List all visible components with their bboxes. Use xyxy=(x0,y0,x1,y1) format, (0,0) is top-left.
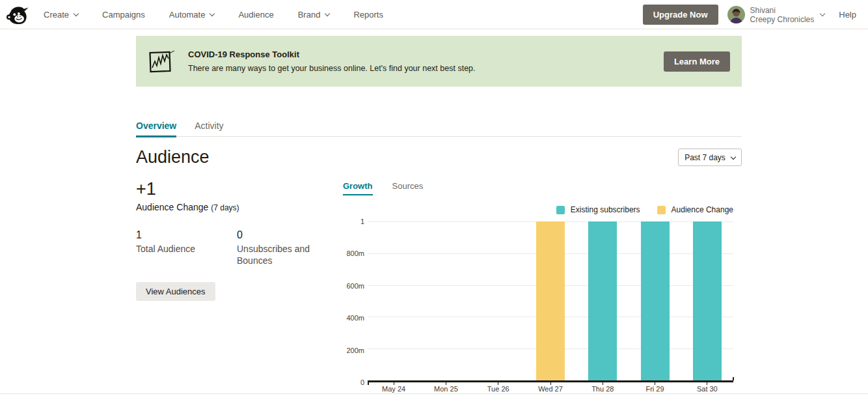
user-org: Creepy Chronicles xyxy=(750,15,815,24)
bottom-divider xyxy=(0,393,868,394)
x-tick-label: May 24 xyxy=(368,385,420,393)
x-tick-label: Thu 28 xyxy=(576,385,629,393)
nav-item-label: Campaigns xyxy=(102,10,145,20)
date-range-value: Past 7 days xyxy=(685,153,726,162)
nav-item-brand[interactable]: Brand xyxy=(298,10,330,20)
x-axis-labels: May 24Mon 25Tue 26Wed 27Thu 28Fri 29Sat … xyxy=(368,385,733,393)
x-tick-label: Fri 29 xyxy=(629,385,681,393)
nav-item-reports[interactable]: Reports xyxy=(353,10,383,20)
legend-swatch xyxy=(657,206,666,214)
chart-bar xyxy=(693,221,722,380)
bar-cell xyxy=(368,221,420,380)
bar-cell xyxy=(576,221,629,380)
avatar xyxy=(727,6,745,23)
freddie-monkey-icon xyxy=(7,3,30,27)
chart-bars xyxy=(368,221,733,380)
page-tabs: OverviewActivity xyxy=(136,121,742,137)
nav-item-label: Reports xyxy=(353,10,383,20)
tab-overview[interactable]: Overview xyxy=(136,121,176,136)
y-axis-labels: 1800m600m400m200m0 xyxy=(343,221,364,382)
axis-tick xyxy=(394,382,394,385)
chart-bar xyxy=(536,221,565,380)
nav-item-automate[interactable]: Automate xyxy=(169,10,215,20)
chart-tabs: GrowthSources xyxy=(343,181,742,195)
banner-description: There are many ways to get your business… xyxy=(188,64,476,73)
axis-tick xyxy=(603,382,603,385)
y-tick-label: 0 xyxy=(360,378,364,386)
axis-tick xyxy=(655,382,655,385)
bar-cell xyxy=(472,221,524,380)
page-title: Audience xyxy=(136,147,210,167)
unsubscribes-label: Unsubscribes and Bounces xyxy=(237,243,321,266)
plot-wrap: 1800m600m400m200m0 May 24Mon 25Tue 26Wed… xyxy=(343,221,742,393)
x-tick-label: Tue 26 xyxy=(472,385,524,393)
chart-sketch-icon xyxy=(149,50,175,73)
axis-tick xyxy=(550,382,551,385)
change-period: (7 days) xyxy=(211,203,239,212)
tab-activity[interactable]: Activity xyxy=(195,121,223,136)
chart-tab-sources[interactable]: Sources xyxy=(392,181,424,195)
legend-item: Existing subscribers xyxy=(556,205,640,214)
y-tick-label: 600m xyxy=(346,282,364,290)
banner-text: COVID-19 Response Toolkit There are many… xyxy=(188,50,476,73)
date-range-dropdown[interactable]: Past 7 days xyxy=(678,149,742,166)
axis-tick xyxy=(446,382,446,385)
total-audience-value: 1 xyxy=(136,229,237,241)
account-menu[interactable]: Shivani Creepy Chronicles xyxy=(727,6,825,24)
x-tick-label: Mon 25 xyxy=(420,385,472,393)
chevron-down-icon xyxy=(731,154,736,159)
nav-item-label: Brand xyxy=(298,10,321,20)
bar-cell xyxy=(524,221,576,380)
chart-legend: Existing subscribersAudience Change xyxy=(556,205,733,214)
unsubscribes-stat: 0 Unsubscribes and Bounces xyxy=(237,229,338,266)
chart-plot xyxy=(368,221,733,382)
legend-item: Audience Change xyxy=(657,205,733,214)
chart-bar xyxy=(641,221,670,380)
audience-stats: +1 Audience Change (7 days) 1 Total Audi… xyxy=(136,180,338,301)
chevron-down-icon xyxy=(325,11,330,16)
nav-item-audience[interactable]: Audience xyxy=(238,10,273,20)
legend-label: Audience Change xyxy=(671,205,733,214)
nav-right: Upgrade Now Shivani Creepy Chronicles He… xyxy=(643,0,856,29)
learn-more-button[interactable]: Learn More xyxy=(664,51,730,72)
growth-chart-section: GrowthSources Existing subscribersAudien… xyxy=(343,181,742,396)
mailchimp-audience-overview-page: CreateCampaignsAutomateAudienceBrandRepo… xyxy=(0,0,868,398)
user-name: Shivani xyxy=(750,6,815,15)
upgrade-now-button[interactable]: Upgrade Now xyxy=(643,5,718,25)
help-link[interactable]: Help xyxy=(839,10,856,20)
mailchimp-logo[interactable] xyxy=(7,3,30,27)
nav-item-label: Create xyxy=(44,10,69,20)
x-tick-label: Wed 27 xyxy=(524,385,576,393)
nav-item-campaigns[interactable]: Campaigns xyxy=(102,10,145,20)
axis-tick xyxy=(707,382,707,385)
chevron-down-icon xyxy=(210,11,215,16)
legend-swatch xyxy=(556,206,565,214)
audience-change-label: Audience Change (7 days) xyxy=(136,202,338,212)
covid-banner: COVID-19 Response Toolkit There are many… xyxy=(136,36,742,87)
axis-endcap-left xyxy=(368,382,369,385)
primary-nav: CreateCampaignsAutomateAudienceBrandRepo… xyxy=(44,0,383,29)
bar-cell xyxy=(681,221,733,380)
total-audience-label: Total Audience xyxy=(136,243,221,255)
y-tick-label: 1 xyxy=(360,218,364,225)
nav-item-create[interactable]: Create xyxy=(44,10,78,20)
nav-item-label: Audience xyxy=(238,10,273,20)
audience-change-value: +1 xyxy=(136,180,338,198)
x-tick-label: Sat 30 xyxy=(681,385,733,393)
view-audiences-button[interactable]: View Audiences xyxy=(136,282,215,301)
chart-bar xyxy=(588,221,617,380)
axis-tick xyxy=(498,382,498,385)
y-tick-label: 800m xyxy=(346,249,364,257)
nav-item-label: Automate xyxy=(169,10,206,20)
y-tick-label: 400m xyxy=(346,314,364,322)
chart-tab-growth[interactable]: Growth xyxy=(343,181,373,195)
bar-cell xyxy=(629,221,681,380)
chevron-down-icon xyxy=(820,11,825,16)
y-tick-label: 200m xyxy=(346,347,364,354)
total-audience-stat: 1 Total Audience xyxy=(136,229,237,266)
bar-cell xyxy=(420,221,472,380)
unsubscribes-value: 0 xyxy=(237,229,338,241)
chevron-down-icon xyxy=(74,11,79,16)
stat-row: 1 Total Audience 0 Unsubscribes and Boun… xyxy=(136,229,338,266)
legend-label: Existing subscribers xyxy=(571,205,640,214)
